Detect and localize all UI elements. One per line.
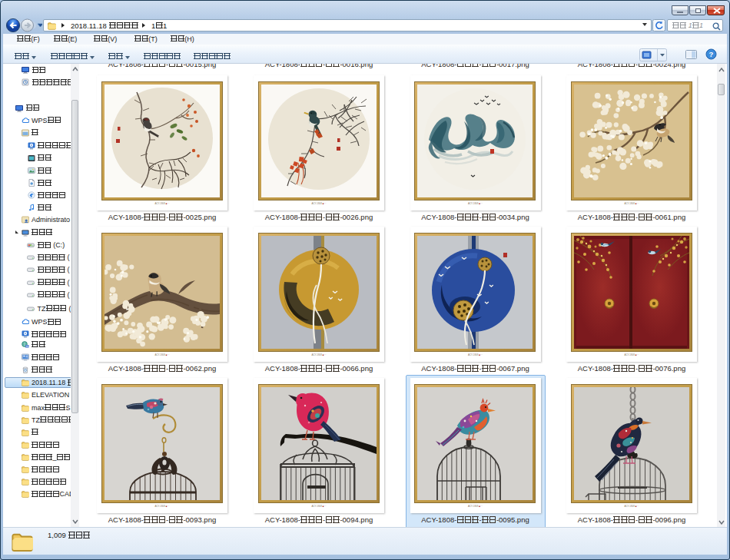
svg-text:?: ? (709, 50, 714, 58)
